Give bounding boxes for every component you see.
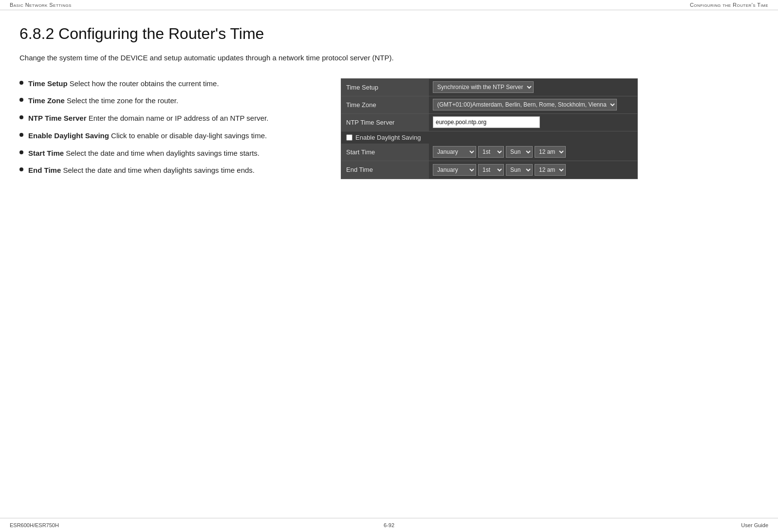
bullet-icon xyxy=(19,115,23,119)
main-content: 6.8.2 Configuring the Router's Time Chan… xyxy=(0,10,778,212)
enable-daylight-checkbox[interactable] xyxy=(346,134,352,141)
config-label-ntp-server: NTP Time Server xyxy=(341,114,429,131)
page-title: 6.8.2 Configuring the Router's Time xyxy=(19,25,759,43)
config-label-start-time: Start Time xyxy=(341,144,429,161)
footer-center: 6-92 xyxy=(384,522,394,528)
left-column: Time Setup Select how the router obtains… xyxy=(19,78,321,183)
week-select-end-time[interactable]: 1st2nd3rd4thLast xyxy=(478,164,504,176)
list-item: Enable Daylight Saving Click to enable o… xyxy=(19,130,321,141)
enable-daylight-row: Enable Daylight Saving xyxy=(341,131,637,144)
right-column: Time SetupSynchronize with the NTP Serve… xyxy=(341,78,643,179)
config-label-time-zone: Time Zone xyxy=(341,96,429,113)
config-value-ntp-server xyxy=(429,114,637,130)
list-item: End Time Select the date and time when d… xyxy=(19,165,321,176)
config-panel: Time SetupSynchronize with the NTP Serve… xyxy=(341,78,638,179)
footer-right: User Guide xyxy=(741,522,768,528)
feature-list: Time Setup Select how the router obtains… xyxy=(19,78,321,176)
footer: ESR600H/ESR750H 6-92 User Guide xyxy=(0,518,778,532)
config-row-end-time: End TimeJanuaryFebruaryMarchAprilMayJune… xyxy=(341,161,637,179)
day-select-end-time[interactable]: SunMonTueWedThuFriSat xyxy=(506,164,533,176)
bullet-icon xyxy=(19,81,23,85)
month-select-start-time[interactable]: JanuaryFebruaryMarchAprilMayJuneJulyAugu… xyxy=(433,146,476,158)
config-row-time-setup: Time SetupSynchronize with the NTP Serve… xyxy=(341,79,637,96)
config-row-start-time: Start TimeJanuaryFebruaryMarchAprilMayJu… xyxy=(341,144,637,161)
config-value-start-time: JanuaryFebruaryMarchAprilMayJuneJulyAugu… xyxy=(429,144,637,160)
list-item: Time Zone Select the time zone for the r… xyxy=(19,95,321,106)
bullet-icon xyxy=(19,133,23,137)
select-time-setup[interactable]: Synchronize with the NTP ServerSet Manua… xyxy=(433,81,534,93)
month-select-end-time[interactable]: JanuaryFebruaryMarchAprilMayJuneJulyAugu… xyxy=(433,164,476,176)
week-select-start-time[interactable]: 1st2nd3rd4thLast xyxy=(478,146,504,158)
top-bar-left: Basic Network Settings xyxy=(10,2,72,8)
config-value-time-setup: Synchronize with the NTP ServerSet Manua… xyxy=(429,79,637,95)
two-column-layout: Time Setup Select how the router obtains… xyxy=(19,78,759,183)
enable-daylight-label: Enable Daylight Saving xyxy=(355,134,421,141)
config-value-end-time: JanuaryFebruaryMarchAprilMayJuneJulyAugu… xyxy=(429,162,637,178)
time-selects-end-time: JanuaryFebruaryMarchAprilMayJuneJulyAugu… xyxy=(433,164,566,176)
time-select-start-time[interactable]: 12 am1 am2 am3 am4 am5 am6 am7 am8 am9 a… xyxy=(535,146,566,158)
select-time-zone[interactable]: (GMT+01:00)Amsterdam, Berlin, Bern, Rome… xyxy=(433,99,617,110)
time-selects-start-time: JanuaryFebruaryMarchAprilMayJuneJulyAugu… xyxy=(433,146,566,158)
top-bar-right: Configuring the Router's Time xyxy=(690,2,768,8)
bullet-icon xyxy=(19,167,23,171)
input-ntp-server[interactable] xyxy=(433,116,540,128)
bullet-icon xyxy=(19,150,23,154)
day-select-start-time[interactable]: SunMonTueWedThuFriSat xyxy=(506,146,533,158)
config-label-end-time: End Time xyxy=(341,161,429,179)
config-row-time-zone: Time Zone(GMT+01:00)Amsterdam, Berlin, B… xyxy=(341,96,637,114)
list-item: NTP Time Server Enter the domain name or… xyxy=(19,113,321,124)
top-bar: Basic Network Settings Configuring the R… xyxy=(0,0,778,10)
config-value-time-zone: (GMT+01:00)Amsterdam, Berlin, Bern, Rome… xyxy=(429,97,637,112)
list-item: Start Time Select the date and time when… xyxy=(19,148,321,159)
time-select-end-time[interactable]: 12 am1 am2 am3 am4 am5 am6 am7 am8 am9 a… xyxy=(535,164,566,176)
footer-left: ESR600H/ESR750H xyxy=(10,522,59,528)
intro-paragraph: Change the system time of the DEVICE and… xyxy=(19,53,759,64)
list-item: Time Setup Select how the router obtains… xyxy=(19,78,321,89)
config-row-ntp-server: NTP Time Server xyxy=(341,114,637,131)
bullet-icon xyxy=(19,98,23,102)
config-label-time-setup: Time Setup xyxy=(341,79,429,96)
